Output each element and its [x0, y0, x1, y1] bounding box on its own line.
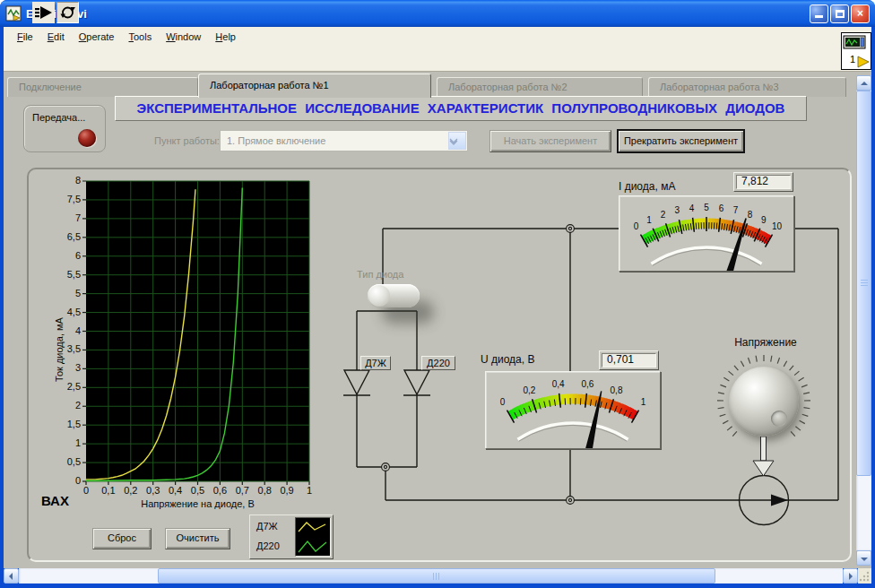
svg-text:2: 2 — [661, 210, 666, 220]
vscroll-up-button[interactable] — [856, 75, 871, 91]
x-tick-label: 1 — [296, 485, 323, 496]
toolbar — [4, 47, 871, 72]
y-tick-label: 2 — [47, 400, 81, 411]
work-item-value: 1. Прямое включение — [227, 135, 325, 146]
y-tick-label: 7 — [47, 212, 81, 223]
close-button[interactable]: × — [851, 4, 870, 23]
dropdown-button[interactable] — [448, 132, 466, 150]
voltage-knob[interactable] — [729, 367, 799, 437]
svg-text:0,8: 0,8 — [611, 385, 623, 395]
vi-icon: 1 — [841, 32, 871, 70]
voltage-gauge: 00,20,40,60,81 — [485, 371, 661, 449]
y-tick-label: 6,5 — [47, 231, 81, 242]
y-tick-label: 4,5 — [47, 307, 81, 317]
scroll-up-icon — [861, 82, 868, 85]
legend-line-d7zh-icon — [299, 523, 325, 532]
y-tick-label: 1,5 — [47, 419, 81, 429]
transfer-label: Передача... — [32, 112, 85, 123]
run-button[interactable] — [32, 2, 55, 23]
tab-lab3[interactable]: Лабораторная работа №3 — [648, 77, 846, 97]
svg-text:0,4: 0,4 — [552, 379, 565, 389]
svg-text:0,2: 0,2 — [524, 385, 536, 395]
vi-badge-number: 1 — [850, 54, 855, 65]
title-bar: El_client.vi × — [0, 0, 875, 27]
svg-text:1: 1 — [646, 215, 652, 225]
application-window: El_client.vi × File Edit Operate Tools W… — [0, 0, 875, 588]
tab-lab1[interactable]: Лабораторная работа №1 — [198, 74, 431, 98]
scroll-right-icon — [849, 573, 853, 580]
chart-legend: Д7Ж Д220 — [249, 514, 334, 559]
maximize-button[interactable] — [830, 4, 849, 23]
voltage-display-value: 0,701 — [602, 353, 656, 368]
knob-to-source-arrow-icon — [749, 437, 778, 477]
y-tick-label: 8 — [47, 175, 81, 186]
page-title: ЭКСПЕРИМЕНТАЛЬНОЕ ИССЛЕДОВАНИЕ ХАРАКТЕРИ… — [115, 96, 807, 121]
vscroll-thumb[interactable] — [856, 91, 871, 476]
y-tick-label: 5,5 — [47, 269, 81, 280]
svg-text:8: 8 — [748, 210, 753, 220]
hscroll-grip — [433, 573, 441, 580]
y-tick-label: 3 — [47, 362, 81, 373]
diode-type-label: Тип диода — [357, 269, 403, 280]
x-axis-label: Напряжение на диоде, В — [86, 498, 309, 509]
menu-window[interactable]: Window — [160, 30, 207, 44]
labview-app-icon — [5, 5, 22, 22]
menu-help[interactable]: Help — [209, 30, 242, 44]
svg-text:0,6: 0,6 — [581, 379, 593, 389]
svg-text:6: 6 — [719, 203, 724, 213]
window-title: El_client.vi — [26, 7, 810, 21]
menu-bar: File Edit Operate Tools Window Help — [4, 27, 871, 47]
menu-tools[interactable]: Tools — [122, 30, 158, 44]
scroll-down-icon — [861, 558, 868, 561]
y-tick-label: 6 — [47, 250, 81, 261]
continuous-run-icon — [57, 3, 78, 22]
current-gauge-label: I диода, мА — [619, 180, 675, 193]
vscroll-down-button[interactable] — [856, 550, 871, 566]
hscroll-thumb[interactable] — [158, 568, 715, 584]
hscroll-right-button[interactable] — [843, 568, 858, 584]
vi-characteristic-chart — [77, 179, 312, 486]
tab-lab2[interactable]: Лабораторная работа №2 — [437, 77, 643, 97]
legend-label-d220: Д220 — [256, 540, 280, 551]
vscroll-grip — [861, 280, 868, 288]
hscroll-left-button[interactable] — [4, 568, 19, 584]
svg-text:4: 4 — [689, 203, 695, 213]
voltage-gauge-dial: 00,20,40,60,81 — [486, 372, 660, 448]
y-tick-label: 4 — [47, 325, 81, 336]
y-tick-label: 0 — [47, 475, 81, 486]
stop-experiment-button[interactable]: Прекратить эксперимент — [617, 129, 745, 153]
close-icon: × — [857, 7, 863, 20]
diode1-tag: Д7Ж — [360, 356, 391, 370]
transfer-led-indicator — [78, 129, 96, 147]
y-tick-label: 7,5 — [47, 194, 81, 204]
switch-handle[interactable] — [368, 285, 390, 307]
run-continuous-button[interactable] — [56, 2, 79, 23]
voltage-gauge-label: U диода, В — [481, 353, 534, 366]
knob-position-indicator — [771, 411, 787, 427]
scroll-left-icon — [9, 573, 13, 580]
y-tick-label: 2,5 — [47, 381, 81, 392]
svg-text:1: 1 — [641, 397, 646, 407]
work-item-dropdown[interactable]: 1. Прямое включение — [220, 130, 468, 151]
transfer-frame: Передача... — [23, 105, 106, 152]
legend-line-samples — [295, 517, 331, 557]
voltage-knob-label: Напряжение — [719, 336, 812, 349]
tab-connection[interactable]: Подключение — [7, 77, 198, 97]
svg-text:10: 10 — [772, 221, 783, 231]
legend-label-d7zh: Д7Ж — [256, 521, 278, 532]
menu-file[interactable]: File — [11, 30, 39, 44]
reset-button[interactable]: Сброс — [92, 528, 152, 549]
menu-edit[interactable]: Edit — [41, 30, 71, 44]
menu-operate[interactable]: Operate — [73, 30, 121, 44]
minimize-icon — [815, 15, 823, 18]
start-experiment-button[interactable]: Начать эксперимент — [489, 130, 611, 152]
work-item-label: Пункт работы: — [154, 135, 220, 146]
run-arrow-icon — [33, 3, 54, 22]
svg-text:3: 3 — [675, 205, 680, 215]
voltage-display: 0,701 — [599, 350, 659, 370]
diode-type-switch[interactable] — [368, 284, 420, 307]
clear-button[interactable]: Очистить — [165, 528, 230, 549]
resize-grip[interactable] — [858, 568, 871, 584]
chart-corner-label: ВАХ — [41, 493, 69, 508]
minimize-button[interactable] — [810, 4, 828, 23]
